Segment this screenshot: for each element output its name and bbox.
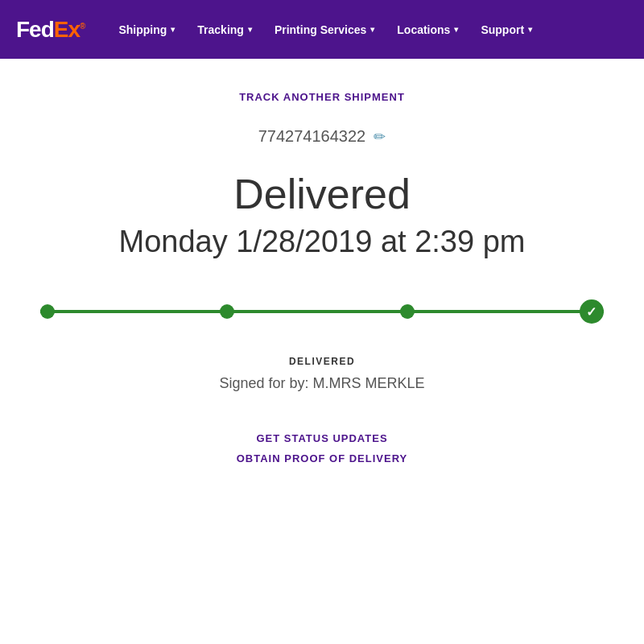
get-status-updates-link[interactable]: GET STATUS UPDATES	[256, 432, 387, 444]
fedex-logo[interactable]: FedEx®	[16, 17, 85, 43]
progress-dot-1	[40, 304, 55, 319]
chevron-down-icon: ▾	[454, 25, 458, 34]
delivered-label: DELIVERED	[289, 356, 355, 367]
tracking-number: 774274164322	[258, 127, 365, 146]
main-nav: FedEx® Shipping ▾ Tracking ▾ Printing Se…	[0, 0, 644, 59]
logo-ex: Ex	[54, 17, 80, 42]
nav-item-tracking[interactable]: Tracking ▾	[188, 17, 262, 43]
nav-item-locations[interactable]: Locations ▾	[387, 17, 468, 43]
nav-item-support[interactable]: Support ▾	[471, 17, 542, 43]
action-links: GET STATUS UPDATES OBTAIN PROOF OF DELIV…	[237, 432, 408, 464]
nav-list: Shipping ▾ Tracking ▾ Printing Services …	[109, 17, 542, 43]
track-another-link[interactable]: TRACK ANOTHER SHIPMENT	[239, 91, 405, 103]
progress-dot-2	[220, 304, 234, 319]
chevron-down-icon: ▾	[370, 25, 374, 34]
progress-dot-3	[400, 304, 415, 319]
obtain-proof-link[interactable]: OBTAIN PROOF OF DELIVERY	[237, 452, 408, 464]
progress-bar: ✓	[40, 299, 604, 324]
chevron-down-icon: ▾	[528, 25, 532, 34]
chevron-down-icon: ▾	[248, 25, 252, 34]
nav-item-shipping[interactable]: Shipping ▾	[109, 17, 184, 43]
logo-dot: ®	[80, 21, 85, 30]
progress-dot-check: ✓	[580, 299, 604, 324]
delivered-section: DELIVERED Signed for by: M.MRS MERKLE	[219, 356, 424, 392]
tracking-number-row: 774274164322 ✏	[258, 127, 386, 146]
nav-item-printing-services[interactable]: Printing Services ▾	[265, 17, 384, 43]
status-date: Monday 1/28/2019 at 2:39 pm	[119, 225, 526, 259]
chevron-down-icon: ▾	[171, 25, 175, 34]
check-mark-icon: ✓	[586, 304, 597, 320]
edit-icon[interactable]: ✏	[374, 128, 386, 146]
logo-fed: Fed	[16, 17, 54, 42]
dots-row: ✓	[40, 299, 604, 324]
signed-for: Signed for by: M.MRS MERKLE	[219, 375, 424, 392]
main-content: TRACK ANOTHER SHIPMENT 774274164322 ✏ De…	[0, 59, 644, 497]
status-label: Delivered	[233, 170, 411, 218]
